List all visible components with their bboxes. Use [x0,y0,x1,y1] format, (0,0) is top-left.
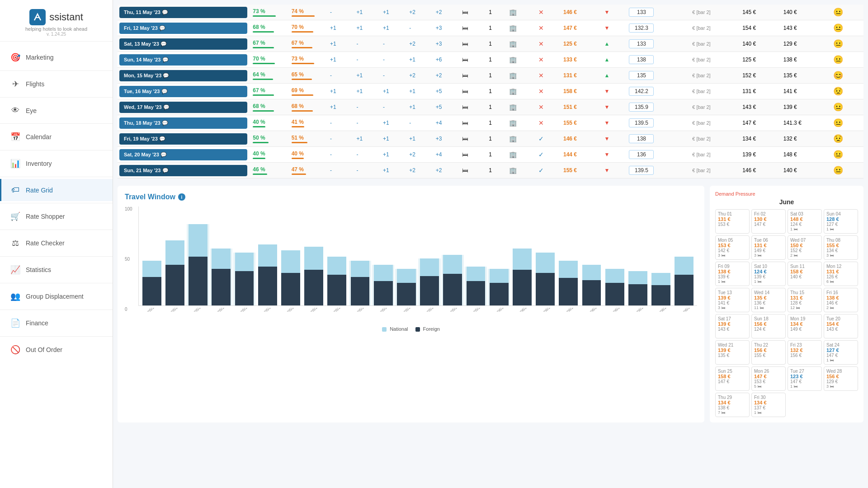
pct1-cell: 67 % [249,36,288,52]
sidebar-item-rate-checker[interactable]: ⚖ Rate Checker [0,232,113,254]
input-cell[interactable] [625,99,689,115]
bar-national [628,271,647,284]
table-row: Sat, 13 May '23 💬 67 % 67 % +1 - - +2 +3… [118,36,863,52]
x-label: 23/05/2023 [375,308,394,312]
arrow-cell: ▼ [601,131,626,147]
d4-cell: +2 [406,5,432,20]
input-cell[interactable] [625,147,689,163]
d5-cell: +3 [432,20,458,36]
input-cell[interactable] [625,163,689,178]
x-label: 07/05/2023 [189,308,208,312]
cal-day-name: Sat 03 [790,211,819,216]
bar-national [374,265,393,281]
bed-icon-cell: 🛏 [458,36,485,52]
price-input[interactable] [629,23,654,33]
bar-national [189,224,208,257]
bar-group [534,253,556,305]
chart-wrapper: 100 50 0 03/05/202305/05/202307/05/20230… [138,206,697,312]
input-cell[interactable] [625,115,689,131]
cal-price-bottom: 129 € [826,379,855,384]
x-label: 21/05/2023 [351,308,371,312]
cal-beds: 5 🛏 [754,384,783,389]
price-input[interactable] [629,71,654,80]
sidebar-item-marketing[interactable]: 🎯 Marketing [0,46,113,69]
cal-day-name: Sat 24 [826,343,855,347]
price-input[interactable] [629,8,654,17]
cal-cell: Tue 27 123 € 147 € 1 🛏 [788,366,822,391]
d2-cell: - [353,99,379,115]
input-cell[interactable] [625,68,689,84]
price-input[interactable] [629,166,654,175]
pct1-cell: 73 % [249,5,288,20]
price-input[interactable] [629,118,654,127]
smiley-icon: 😐 [833,103,843,112]
price-input[interactable] [629,55,654,64]
price-input[interactable] [629,39,654,48]
bar-label-cell: € [bar 2] [689,115,739,131]
arrow-cell: ▼ [601,84,626,99]
logo-area: ssistant helping hotels to look ahead v.… [0,0,113,42]
input-cell[interactable] [625,131,689,147]
bar-group [604,269,626,305]
logo-icon [29,9,46,25]
beds-num-cell: 1 [485,99,505,115]
sidebar-item-out-of-order[interactable]: 🚫 Out Of Order [0,338,113,361]
input-cell[interactable] [625,36,689,52]
cal-cell: Sun 25 158 € 147 € [715,366,750,391]
x-label: 11/05/2023 [235,308,255,312]
person-icon-cell: 🏢 [505,163,535,178]
sidebar-item-rate-grid[interactable]: 🏷 Rate Grid [0,179,113,201]
x-labels: 03/05/202305/05/202307/05/202309/05/2023… [138,308,697,312]
input-cell[interactable] [625,20,689,36]
sidebar-item-finance[interactable]: 📄 Finance [0,312,113,334]
sidebar-item-flights[interactable]: ✈ Flights [0,73,113,95]
input-cell[interactable] [625,84,689,99]
price-input[interactable] [629,87,654,96]
finance-icon: 📄 [10,318,20,328]
smiley-icon: 😟 [833,134,843,143]
beds-num-cell: 1 [485,115,505,131]
info-icon[interactable]: i [178,193,185,201]
bar-national [467,267,486,281]
bar-stack [210,249,232,305]
price-input[interactable] [629,134,654,143]
sidebar-item-inventory[interactable]: 📊 Inventory [0,152,113,175]
sidebar-item-eye[interactable]: 👁 Eye [0,99,113,122]
bed-icon-cell: 🛏 [458,5,485,20]
beds-num-cell: 1 [485,147,505,163]
bar-foreign [536,273,555,305]
sidebar-item-calendar[interactable]: 📅 Calendar [0,126,113,148]
d4-cell: +2 [406,36,432,52]
smiley-cell: 😟 [830,131,863,147]
cal-price-top: 132 € [790,347,819,353]
cal-cell: Fri 09 138 € 139 € 1 🛏 [715,262,750,286]
price-input[interactable] [629,103,654,112]
sidebar-item-rate-shopper[interactable]: 🛒 Rate Shopper [0,205,113,228]
bar-stack [627,271,649,305]
d1-cell: - [326,5,353,20]
cal-price-bottom: 146 € [826,300,855,305]
x-label: 15/05/2023 [282,308,301,312]
sidebar-item-group-displacement[interactable]: 👥 Group Displacement [0,285,113,308]
action-icon-cell: ✓ [535,147,560,163]
cal-beds: 7 🛏 [718,410,747,415]
cal-price-top: 150 € [790,243,819,248]
input-cell[interactable] [625,52,689,68]
d3-cell: +1 [379,147,406,163]
x-icon: ✕ [538,24,544,32]
bar-national [490,269,509,283]
pct2-cell: 41 % [288,115,326,131]
cal-price-bottom: 124 € [754,327,783,332]
legend-national: National [382,326,408,332]
bar-foreign [467,281,486,305]
input-cell[interactable] [625,5,689,20]
cal-price-top: 156 € [754,347,783,353]
price-input[interactable] [629,150,654,159]
bar-foreign [235,271,254,305]
bar-foreign [374,281,393,305]
arrow-down-icon: ▼ [604,9,610,15]
check-icon: ✓ [538,167,544,174]
cal-day-name: Fri 09 [718,264,747,269]
bar-label-cell: € [bar 2] [689,147,739,163]
sidebar-item-statistics[interactable]: 📈 Statistics [0,258,113,281]
